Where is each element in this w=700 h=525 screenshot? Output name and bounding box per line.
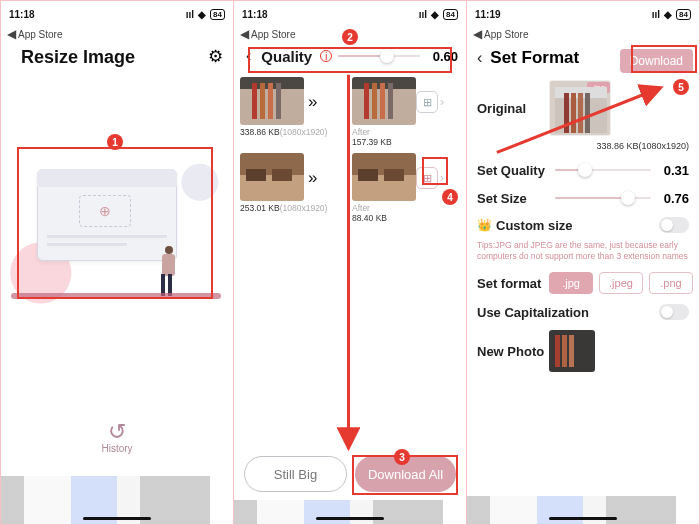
signal-icon: ııl xyxy=(652,9,660,20)
thumbnail-after xyxy=(352,153,416,201)
home-indicator xyxy=(83,517,151,520)
battery-icon: 84 xyxy=(443,9,458,20)
thumbnail-before xyxy=(240,153,304,201)
back-label: App Store xyxy=(18,29,62,40)
screen-resize-image: 11:18 ııl ◆ 84 ◀ App Store Resize Image … xyxy=(1,1,234,524)
chevron-left-icon: ◀ xyxy=(240,27,249,41)
crown-icon: 👑 xyxy=(477,218,492,232)
info-icon[interactable]: i xyxy=(320,50,332,62)
original-preview[interactable]: .jpg xyxy=(549,80,611,136)
annotation-marker-1: 1 xyxy=(107,134,123,150)
back-to-appstore[interactable]: ◀ App Store xyxy=(1,27,233,41)
status-bar: 11:18 ııl ◆ 84 xyxy=(234,1,466,27)
set-quality-row: Set Quality 0.31 xyxy=(467,156,699,184)
thumbnail-before xyxy=(240,77,304,125)
page-title: Resize Image xyxy=(11,41,145,72)
custom-size-toggle[interactable] xyxy=(659,217,689,233)
size-slider[interactable] xyxy=(555,189,651,207)
upload-illustration[interactable]: ⊕ xyxy=(19,151,211,296)
status-right: ııl ◆ 84 xyxy=(186,9,225,20)
chevron-right-icon: › xyxy=(440,95,444,109)
list-item[interactable]: » 338.86 KB(1080x1920) xyxy=(240,77,348,147)
screen-quality: 11:18 ııl ◆ 84 ◀ App Store ‹ Quality i 0… xyxy=(234,1,467,524)
original-dimensions: 338.86 KB(1080x1920) xyxy=(596,141,689,151)
upload-icon: ⊕ xyxy=(79,195,131,227)
custom-size-row: 👑 Custom size xyxy=(467,212,699,238)
status-time: 11:18 xyxy=(242,9,268,20)
battery-icon: 84 xyxy=(210,9,225,20)
format-png-button[interactable]: .png xyxy=(649,272,693,294)
size-value: 0.76 xyxy=(657,191,689,206)
screen-set-format: 11:19 ııl ◆ 84 ◀ App Store ‹ Set Format … xyxy=(467,1,699,524)
status-bar: 11:18 ııl ◆ 84 xyxy=(1,1,233,27)
arrow-right-icon: » xyxy=(308,92,317,112)
new-photo-preview[interactable] xyxy=(549,330,595,372)
tips-text: Tips:JPG and JPEG are the same, just bec… xyxy=(467,238,699,267)
set-format-row: Set format .jpg .jpeg .png xyxy=(467,267,699,299)
arrow-right-icon: » xyxy=(308,168,317,188)
back-button[interactable]: ‹ xyxy=(473,47,486,69)
chevron-left-icon: ◀ xyxy=(7,27,16,41)
annotation-marker-5: 5 xyxy=(673,79,689,95)
list-item-after[interactable]: ⊞ › After88.40 KB xyxy=(352,153,460,223)
capitalization-toggle[interactable] xyxy=(659,304,689,320)
chevron-right-icon: › xyxy=(440,171,444,185)
download-button[interactable]: Download xyxy=(620,49,693,73)
format-icon[interactable]: ⊞ xyxy=(416,167,438,189)
annotation-marker-3: 3 xyxy=(394,449,410,465)
settings-gear-icon[interactable]: ⚙ xyxy=(208,46,223,67)
chevron-left-icon: ◀ xyxy=(473,27,482,41)
annotation-marker-4: 4 xyxy=(442,189,458,205)
list-item-after[interactable]: ⊞ › After157.39 KB xyxy=(352,77,460,147)
status-time: 11:19 xyxy=(475,9,501,20)
signal-icon: ııl xyxy=(419,9,427,20)
new-photo-row: New Photo xyxy=(467,325,699,377)
page-title: Set Format xyxy=(490,48,579,68)
wifi-icon: ◆ xyxy=(431,9,439,20)
quality-label: Quality xyxy=(261,48,312,65)
use-capitalization-row: Use Capitalization xyxy=(467,299,699,325)
quality-slider[interactable] xyxy=(338,47,420,65)
still-big-button[interactable]: Still Big xyxy=(244,456,347,492)
list-item[interactable]: » 253.01 KB(1080x1920) xyxy=(240,153,348,223)
history-label: History xyxy=(101,443,132,454)
status-time: 11:18 xyxy=(9,9,35,20)
back-button[interactable]: ‹ xyxy=(242,45,255,67)
quality-value: 0.60 xyxy=(426,49,458,64)
quality-value: 0.31 xyxy=(657,163,689,178)
wifi-icon: ◆ xyxy=(664,9,672,20)
format-tag: .jpg xyxy=(587,82,610,93)
signal-icon: ııl xyxy=(186,9,194,20)
wifi-icon: ◆ xyxy=(198,9,206,20)
thumbnail-after xyxy=(352,77,416,125)
history-button[interactable]: ↺ History xyxy=(101,421,132,454)
original-row: Original .jpg xyxy=(467,75,699,141)
quality-slider[interactable] xyxy=(555,161,651,179)
set-size-row: Set Size 0.76 xyxy=(467,184,699,212)
image-list: » 338.86 KB(1080x1920) ⊞ › After157.39 K… xyxy=(234,71,466,229)
status-bar: 11:19 ııl ◆ 84 xyxy=(467,1,699,27)
format-jpeg-button[interactable]: .jpeg xyxy=(599,272,643,294)
format-icon[interactable]: ⊞ xyxy=(416,91,438,113)
battery-icon: 84 xyxy=(676,9,691,20)
back-to-appstore[interactable]: ◀ App Store xyxy=(467,27,699,41)
format-jpg-button[interactable]: .jpg xyxy=(549,272,593,294)
history-icon: ↺ xyxy=(101,421,132,443)
annotation-marker-2: 2 xyxy=(342,29,358,45)
